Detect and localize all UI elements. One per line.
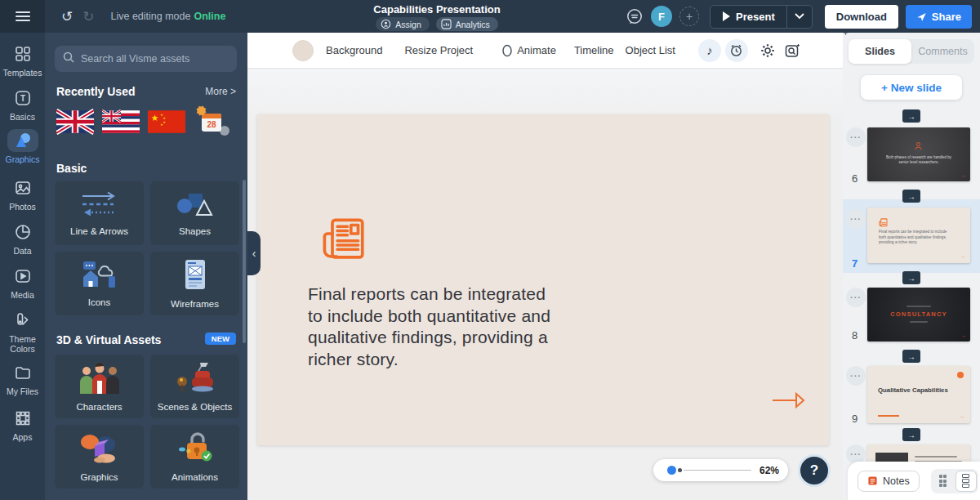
assign-button[interactable]: Assign — [376, 17, 430, 31]
new-slide-button[interactable]: + New slide — [861, 75, 962, 100]
present-options-button[interactable] — [787, 5, 813, 29]
china-flag-asset[interactable]: ★★★★★ — [148, 108, 185, 136]
canvas-toolbar: Background Resize Project Animate Timeli… — [247, 33, 843, 69]
sidebar-item-photos[interactable]: Photos — [0, 176, 45, 212]
tile-scenes-objects[interactable]: Scenes & Objects — [150, 355, 239, 418]
sidebar-item-data[interactable]: Data — [0, 221, 45, 256]
slide-options-button[interactable]: ··· — [846, 209, 866, 229]
tile-graphics-3d[interactable]: Graphics — [55, 425, 144, 489]
share-button[interactable]: Share — [906, 5, 972, 29]
tile-animations[interactable]: Animations — [150, 425, 239, 489]
settings-button[interactable] — [756, 39, 779, 62]
panel-scrollbar[interactable] — [243, 180, 246, 343]
sidebar-item-theme-colors[interactable]: Theme Colors — [0, 309, 45, 354]
grid-view-icon — [939, 475, 947, 487]
tile-shapes[interactable]: Shapes — [150, 181, 239, 245]
background-color-swatch[interactable] — [292, 40, 314, 61]
tile-characters[interactable]: Characters — [55, 355, 144, 418]
zoom-level[interactable]: 62% — [760, 465, 779, 476]
thumb-arrow: → — [960, 414, 964, 419]
basic-tiles-grid: Line & Arrows Shapes Icons Wireframes — [55, 181, 239, 315]
slide-transition-icon[interactable]: → — [902, 271, 920, 284]
analytics-button[interactable]: Analytics — [436, 17, 498, 31]
svg-text:★: ★ — [163, 120, 166, 124]
zoom-control: 62% — [653, 459, 788, 481]
slide-row-8: ··· 8 CONSULTANCY → — [843, 284, 980, 345]
slide-options-button[interactable]: ··· — [846, 288, 866, 307]
tile-icons[interactable]: Icons — [55, 252, 144, 315]
recently-used-heading: Recently Used — [56, 85, 135, 98]
online-status: Online — [194, 11, 225, 22]
tile-wireframes[interactable]: Wireframes — [150, 252, 239, 315]
graphics-icon — [7, 129, 38, 152]
sidebar-item-basics[interactable]: T Basics — [0, 87, 45, 122]
zoom-slider-track[interactable] — [684, 470, 751, 471]
user-avatar[interactable]: F — [651, 6, 672, 27]
preview-button[interactable] — [782, 39, 804, 62]
present-button[interactable]: Present — [710, 5, 787, 29]
slide-arrow-graphic[interactable] — [772, 391, 806, 413]
sidebar-item-templates[interactable]: Templates — [0, 42, 45, 78]
add-collaborator-button[interactable]: + — [679, 7, 699, 26]
help-button[interactable]: ? — [798, 454, 831, 487]
asset-search-bar[interactable] — [55, 46, 237, 72]
object-list-button[interactable]: Object List — [626, 44, 675, 56]
slide-transition-icon[interactable]: → — [902, 190, 920, 203]
hamburger-icon — [16, 16, 30, 17]
undo-button[interactable]: ↺ — [61, 8, 73, 25]
list-view-button[interactable] — [956, 471, 977, 492]
download-button[interactable]: Download — [825, 5, 898, 29]
slide-row-6: ··· 6 Both phases of research are handle… — [843, 124, 980, 188]
redo-button[interactable]: ↻ — [82, 8, 94, 25]
slide-thumbnail-8[interactable]: CONSULTANCY → — [867, 288, 970, 342]
notes-icon — [867, 475, 878, 486]
calendar-28-asset[interactable]: 28 — [194, 108, 231, 136]
tile-line-arrows[interactable]: Line & Arrows — [55, 181, 144, 245]
editor-canvas[interactable]: Final reports can be integrated to inclu… — [247, 69, 843, 500]
timeline-button[interactable]: Timeline — [574, 44, 614, 56]
graphics-3d-icon — [75, 431, 124, 467]
slide-preview-icon — [785, 43, 800, 58]
hawaii-flag-asset[interactable] — [102, 108, 140, 136]
comments-icon[interactable] — [626, 7, 644, 25]
recently-used-row: ★★★★★ 28 — [56, 108, 231, 136]
slide-transition-icon[interactable]: → — [902, 428, 920, 441]
main-menu-button[interactable] — [0, 0, 45, 33]
basics-icon: T — [8, 87, 38, 109]
background-button[interactable]: Background — [326, 44, 382, 56]
report-document-icon[interactable] — [321, 217, 367, 266]
more-link[interactable]: More > — [205, 86, 236, 97]
collapse-panel-button[interactable]: ‹ — [247, 231, 261, 275]
theme-colors-icon — [8, 309, 38, 332]
notes-button[interactable]: Notes — [858, 471, 920, 492]
slide-transition-icon[interactable]: → — [902, 350, 920, 363]
grid-view-button[interactable] — [933, 471, 954, 492]
uk-flag-asset[interactable] — [56, 108, 94, 136]
slide-options-button[interactable]: ··· — [846, 366, 866, 386]
sidebar-item-apps[interactable]: Apps — [0, 407, 45, 442]
current-slide[interactable]: Final reports can be integrated to inclu… — [257, 114, 829, 445]
sidebar-item-graphics[interactable]: Graphics — [0, 129, 45, 164]
slide-transition-icon[interactable]: → — [902, 109, 920, 123]
slide-thumbnail-9[interactable]: Qualitative Capabilities → — [867, 366, 970, 423]
slide-thumbnail-6[interactable]: Both phases of research are handled by s… — [867, 127, 970, 181]
chevron-down-icon — [795, 13, 804, 20]
animate-button[interactable]: Animate — [517, 44, 556, 56]
list-view-icon — [962, 474, 969, 488]
tab-slides[interactable]: Slides — [849, 39, 911, 64]
sidebar-item-my-files[interactable]: My Files — [0, 361, 45, 396]
resize-project-button[interactable]: Resize Project — [404, 44, 473, 56]
sidebar-item-media[interactable]: Media — [0, 265, 45, 300]
timer-button[interactable] — [725, 39, 748, 62]
slide-thumbnail-7[interactable]: Final reports can be integrated to inclu… — [867, 208, 970, 263]
audio-button[interactable]: ♪+ — [698, 39, 721, 62]
search-input[interactable] — [81, 53, 220, 65]
slide-body-text[interactable]: Final reports can be integrated to inclu… — [308, 283, 561, 371]
document-title[interactable]: Capabilities Presentation — [335, 3, 539, 16]
tab-comments[interactable]: Comments — [911, 46, 974, 57]
scenes-objects-3d-icon — [171, 361, 220, 397]
zoom-slider-handle[interactable] — [667, 466, 676, 475]
media-icon — [8, 265, 38, 288]
new-badge: NEW — [205, 333, 236, 345]
slide-options-button[interactable]: ··· — [846, 127, 866, 147]
